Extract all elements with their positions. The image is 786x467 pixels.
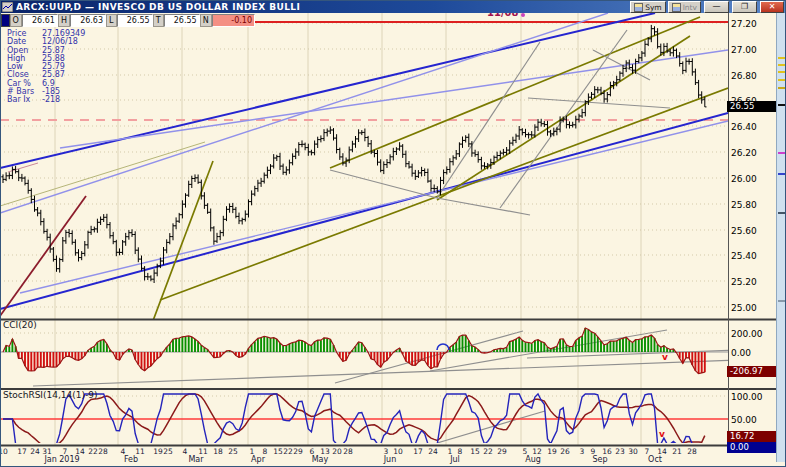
svg-text:26.40: 26.40 xyxy=(731,122,757,132)
svg-text:29: 29 xyxy=(293,447,303,456)
scroll-strip-mark xyxy=(778,87,785,89)
data-window-row: Bar Ix-218 xyxy=(7,96,85,104)
svg-text:25.20: 25.20 xyxy=(731,277,757,287)
titlebar-buttons: Sym Intv — ❐ ✕ xyxy=(630,1,784,13)
close-button[interactable]: ✕ xyxy=(760,1,784,13)
svg-text:30: 30 xyxy=(628,447,638,456)
svg-text:22: 22 xyxy=(88,447,98,456)
quote-h-label: H xyxy=(58,14,70,27)
minimize-button[interactable]: — xyxy=(704,1,729,13)
window-title: ARCX:UUP,D — INVESCO DB US DOLLAR INDEX … xyxy=(16,2,300,12)
svg-text:17: 17 xyxy=(413,447,423,456)
quote-t-value: 26.55 xyxy=(164,14,200,27)
svg-text:25.00: 25.00 xyxy=(731,303,757,313)
svg-text:28: 28 xyxy=(687,447,697,456)
stochrsi-k-value-box: 0.00 xyxy=(727,442,776,453)
svg-text:Jan 2019: Jan 2019 xyxy=(43,455,79,464)
svg-text:19: 19 xyxy=(153,447,163,456)
chart-canvas[interactable]: vv27.2027.0026.8026.6026.4026.2026.0025.… xyxy=(0,0,786,467)
svg-text:100.00: 100.00 xyxy=(731,392,763,402)
svg-text:18: 18 xyxy=(213,447,223,456)
svg-text:25: 25 xyxy=(228,447,238,456)
quote-strip: O26.61H26.63L26.55T26.55N-0.10 xyxy=(1,14,255,27)
intv-button[interactable]: Intv xyxy=(668,1,701,13)
quote-l-value: 26.55 xyxy=(117,14,153,27)
scroll-strip-mark xyxy=(778,71,785,73)
svg-text:24: 24 xyxy=(30,447,40,456)
svg-text:Jul: Jul xyxy=(449,455,460,464)
dot-marker xyxy=(521,13,525,17)
scroll-strip-mark xyxy=(778,57,785,59)
svg-text:10: 10 xyxy=(0,447,8,456)
svg-text:Apr: Apr xyxy=(251,455,266,464)
quote-t-label: T xyxy=(153,14,164,27)
svg-text:24: 24 xyxy=(428,447,438,456)
svg-text:20: 20 xyxy=(332,447,342,456)
symbol-chart-icon xyxy=(634,3,643,12)
svg-text:27.20: 27.20 xyxy=(731,19,757,29)
scroll-strip-mark xyxy=(778,79,785,81)
svg-text:Aug: Aug xyxy=(525,455,541,464)
svg-text:25.60: 25.60 xyxy=(731,226,757,236)
cci-value-box: -206.97 xyxy=(727,366,776,377)
quote-h-value: 26.63 xyxy=(70,14,106,27)
minimize-icon: — xyxy=(713,2,721,11)
current-price-box: 26.55 xyxy=(727,101,776,112)
data-window-value: -218 xyxy=(42,95,60,104)
svg-text:28: 28 xyxy=(343,447,353,456)
annotation-scroll-strip[interactable] xyxy=(776,13,786,462)
data-window: Price27.169349Date12/06/18Open25.87High2… xyxy=(7,30,85,105)
svg-text:19: 19 xyxy=(547,447,557,456)
svg-text:Mar: Mar xyxy=(188,455,204,464)
stochrsi-d-value-box: 16.72 xyxy=(727,431,776,442)
stochrsi-panel-label: StochRSI(14,14(1)-9) xyxy=(3,390,98,400)
svg-text:4: 4 xyxy=(183,447,188,456)
scroll-strip-mark xyxy=(778,173,785,175)
close-icon: ✕ xyxy=(769,2,776,11)
cci-panel-label: CCI(20) xyxy=(3,320,37,330)
scroll-strip-mark xyxy=(778,64,785,66)
svg-text:26.80: 26.80 xyxy=(731,71,757,81)
maximize-button[interactable]: ❐ xyxy=(732,1,757,13)
svg-text:21: 21 xyxy=(672,447,682,456)
scroll-strip-mark xyxy=(778,212,785,214)
qcharts-window: { "window": { "title": "ARCX:UUP,D — INV… xyxy=(0,0,786,467)
scroll-strip-mark xyxy=(778,104,785,106)
svg-text:29: 29 xyxy=(497,447,507,456)
svg-text:15: 15 xyxy=(470,447,480,456)
svg-text:50.00: 50.00 xyxy=(731,415,757,425)
svg-text:25.80: 25.80 xyxy=(731,200,757,210)
sym-button[interactable]: Sym xyxy=(630,1,666,13)
svg-text:22: 22 xyxy=(483,447,493,456)
svg-text:200.00: 200.00 xyxy=(731,329,763,339)
data-window-label: Bar Ix xyxy=(7,96,42,104)
svg-text:25.40: 25.40 xyxy=(731,251,757,261)
quote-n-value: -0.10 xyxy=(212,14,255,27)
sym-button-label: Sym xyxy=(645,3,662,12)
scroll-strip-mark xyxy=(778,300,785,302)
svg-text:Oct: Oct xyxy=(648,455,662,464)
svg-text:May: May xyxy=(312,455,329,464)
maximize-icon: ❐ xyxy=(741,2,748,11)
svg-text:26.20: 26.20 xyxy=(731,148,757,158)
svg-text:26: 26 xyxy=(560,447,570,456)
window-titlebar: ARCX:UUP,D — INVESCO DB US DOLLAR INDEX … xyxy=(0,0,786,13)
svg-text:Jun: Jun xyxy=(383,455,397,464)
quote-o-value: 26.61 xyxy=(22,14,58,27)
reversal-marker: v xyxy=(659,429,665,439)
svg-text:25: 25 xyxy=(163,447,173,456)
svg-text:23: 23 xyxy=(615,447,625,456)
chart-background xyxy=(0,13,776,462)
svg-text:3: 3 xyxy=(580,447,585,456)
reversal-marker: v xyxy=(662,352,668,362)
svg-text:22: 22 xyxy=(283,447,293,456)
svg-text:27.00: 27.00 xyxy=(731,45,757,55)
intv-button-label: Intv xyxy=(683,3,697,12)
interval-chart-icon xyxy=(672,3,681,12)
svg-text:26.00: 26.00 xyxy=(731,174,757,184)
app-icon xyxy=(2,2,13,12)
svg-text:Sep: Sep xyxy=(592,455,607,464)
quote-n-label: N xyxy=(200,14,212,27)
svg-text:0.00: 0.00 xyxy=(731,348,751,358)
svg-text:Feb: Feb xyxy=(124,455,138,464)
